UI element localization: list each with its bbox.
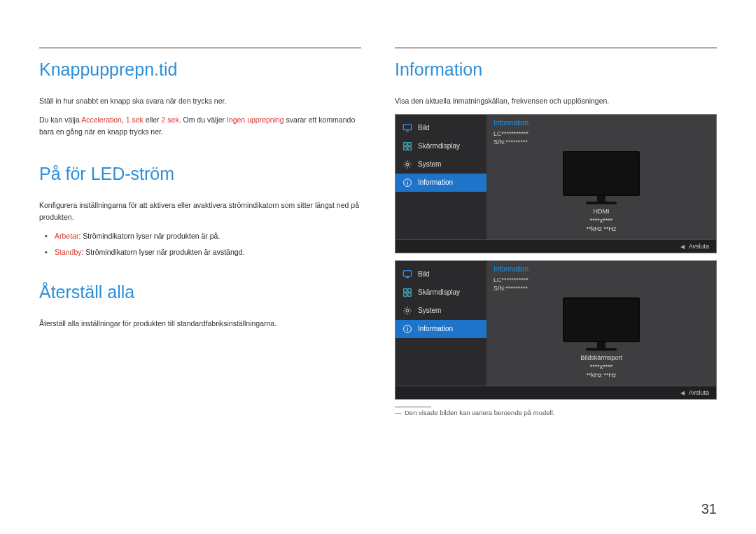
svg-point-17 xyxy=(406,309,409,312)
svg-rect-13 xyxy=(404,289,407,292)
list-item: Standby: Strömindikatorn lyser när produ… xyxy=(45,246,361,258)
triangle-left-icon: ◀ xyxy=(680,244,685,250)
osd-item-system: System xyxy=(396,302,486,320)
info-icon xyxy=(402,324,412,334)
osd-exit-label: Avsluta xyxy=(689,389,709,396)
osd-serial: S/N:********* xyxy=(493,139,528,146)
svg-rect-19 xyxy=(407,328,407,331)
svg-rect-10 xyxy=(407,181,407,181)
monitor-illustration xyxy=(563,151,640,204)
body-text: Ställ in hur snabbt en knapp ska svara n… xyxy=(39,95,361,107)
option-acceleration: Acceleration xyxy=(81,115,122,124)
triangle-left-icon: ◀ xyxy=(680,390,685,396)
osd-menu-screenshot-1: Bild Skärmdisplay System xyxy=(395,114,717,253)
osd-spec-resolution: ****x**** xyxy=(590,217,613,224)
osd-item-skarmdisplay: Skärmdisplay xyxy=(396,283,486,302)
monitor-illustration xyxy=(563,297,640,351)
body-text: Återställ alla inställningar för produkt… xyxy=(39,318,361,330)
grid-icon xyxy=(402,288,412,297)
grid-icon xyxy=(402,141,412,151)
osd-item-label: Information xyxy=(418,325,453,332)
osd-preview: HDMI ****x**** **kHz **Hz xyxy=(493,151,709,234)
osd-item-skarmdisplay: Skärmdisplay xyxy=(396,137,486,155)
osd-item-label: Skärmdisplay xyxy=(418,142,460,150)
right-column: Information Visa den aktuella inmatnings… xyxy=(395,48,717,416)
osd-spec-frequency: **kHz **Hz xyxy=(586,372,616,379)
svg-point-6 xyxy=(406,163,409,166)
text-fragment: : Strömindikatorn lyser när produkten är… xyxy=(82,248,245,256)
osd-item-label: Skärmdisplay xyxy=(418,288,460,296)
svg-rect-0 xyxy=(403,125,411,130)
text-fragment: . Om du väljer xyxy=(179,115,227,124)
svg-rect-9 xyxy=(407,182,407,185)
section-rule xyxy=(39,48,361,48)
svg-rect-12 xyxy=(406,277,409,278)
list-item: Arbetar: Strömindikatorn lyser när produ… xyxy=(45,230,361,242)
svg-rect-5 xyxy=(408,147,411,150)
osd-sidebar: Bild Skärmdisplay System xyxy=(396,115,486,239)
svg-rect-20 xyxy=(407,327,407,328)
heading-knappupprepn: Knappupprepn.tid xyxy=(39,59,361,80)
left-column: Knappupprepn.tid Ställ in hur snabbt en … xyxy=(39,48,361,416)
osd-spec-lines: HDMI ****x**** **kHz **Hz xyxy=(586,207,616,234)
bullet-list: Arbetar: Strömindikatorn lyser när produ… xyxy=(39,230,361,258)
osd-spec-source: HDMI xyxy=(593,208,609,215)
osd-item-label: Bild xyxy=(418,124,430,132)
option-standby: Standby xyxy=(55,248,82,256)
osd-main-panel: Information LC*********** S/N:********* … xyxy=(486,261,716,386)
osd-footer: ◀Avsluta xyxy=(396,386,716,399)
gear-icon xyxy=(402,160,412,169)
option-ingen-upprepning: Ingen upprepning xyxy=(227,115,284,124)
svg-rect-16 xyxy=(408,293,411,296)
footnote-dash: ― xyxy=(395,409,402,416)
osd-model-serial: LC*********** S/N:********* xyxy=(493,129,709,147)
osd-model-serial: LC*********** S/N:********* xyxy=(493,276,709,293)
svg-rect-4 xyxy=(404,147,407,150)
osd-spec-resolution: ****x**** xyxy=(590,363,613,370)
osd-sidebar: Bild Skärmdisplay System xyxy=(396,261,486,386)
footnote-text: Den visade bilden kan variera beroende p… xyxy=(405,409,554,416)
info-icon xyxy=(402,178,412,188)
osd-spec-lines: Bildskärmsport ****x**** **kHz **Hz xyxy=(580,353,622,380)
osd-item-label: Bild xyxy=(418,270,430,278)
svg-rect-1 xyxy=(406,131,409,132)
svg-rect-2 xyxy=(404,143,407,146)
osd-item-system: System xyxy=(396,155,486,174)
svg-rect-11 xyxy=(403,271,411,276)
osd-exit-label: Avsluta xyxy=(689,243,709,250)
osd-serial: S/N:********* xyxy=(493,285,528,292)
osd-item-bild: Bild xyxy=(396,119,486,137)
osd-item-label: System xyxy=(418,307,441,314)
text-fragment: : Strömindikatorn lyser när produkten är… xyxy=(78,232,220,240)
osd-panel-title: Information xyxy=(493,265,709,273)
osd-item-bild: Bild xyxy=(396,265,486,283)
gear-icon xyxy=(402,306,412,316)
heading-aterstall-alla: Återställ alla xyxy=(39,282,361,302)
footnote-rule xyxy=(395,407,431,407)
footnote: ― Den visade bilden kan variera beroende… xyxy=(395,409,717,416)
osd-item-label: Information xyxy=(418,178,453,186)
osd-footer: ◀Avsluta xyxy=(396,239,716,253)
osd-item-information: Information xyxy=(396,320,486,338)
monitor-icon xyxy=(402,123,412,133)
page-number: 31 xyxy=(701,501,717,517)
option-arbetar: Arbetar xyxy=(55,232,78,240)
option-2sek: 2 sek xyxy=(162,115,179,124)
body-text: Visa den aktuella inmatningskällan, frek… xyxy=(395,95,717,107)
two-column-layout: Knappupprepn.tid Ställ in hur snabbt en … xyxy=(39,48,717,416)
svg-rect-3 xyxy=(408,143,411,146)
osd-item-information: Information xyxy=(396,174,486,192)
osd-model: LC*********** xyxy=(493,276,528,283)
osd-spec-source: Bildskärmsport xyxy=(580,354,622,361)
osd-main-panel: Information LC*********** S/N:********* … xyxy=(486,115,716,239)
osd-menu-screenshot-2: Bild Skärmdisplay System xyxy=(395,260,717,400)
svg-rect-15 xyxy=(404,293,407,296)
body-text: Du kan välja Acceleration, 1 sek eller 2… xyxy=(39,114,361,138)
heading-information: Information xyxy=(395,59,717,80)
svg-rect-14 xyxy=(408,289,411,292)
option-1sek: 1 sek xyxy=(126,115,144,124)
body-text: Konfigurera inställningarna för att akti… xyxy=(39,199,361,223)
heading-pa-for-led-strom: På för LED-ström xyxy=(39,164,361,184)
text-fragment: eller xyxy=(144,115,162,124)
osd-item-label: System xyxy=(418,160,441,168)
